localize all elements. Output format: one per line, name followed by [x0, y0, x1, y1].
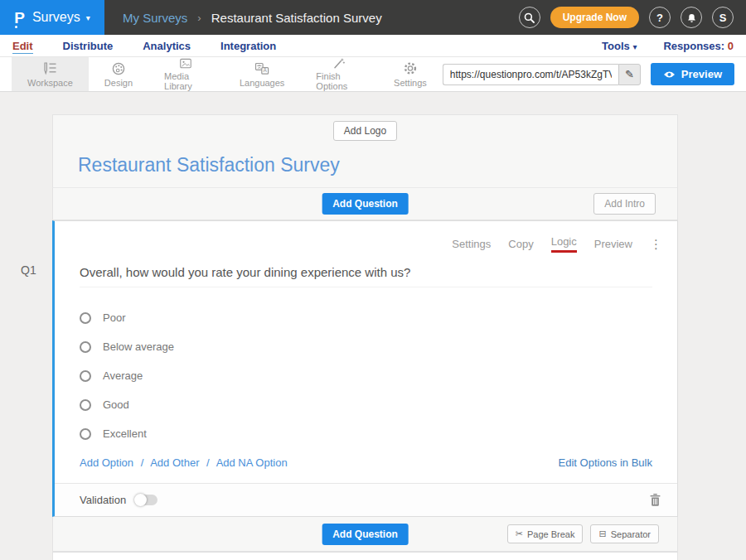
search-button[interactable]	[519, 7, 540, 28]
svg-text:A: A	[264, 67, 268, 73]
add-na-option-link[interactable]: Add NA Option	[216, 456, 288, 469]
footer-buttons: ✂ Page Break ⊟ Separator	[507, 524, 659, 543]
validation-label: Validation	[80, 494, 126, 506]
tab-analytics[interactable]: Analytics	[143, 40, 191, 52]
trash-icon	[650, 494, 661, 506]
kebab-menu-icon[interactable]: ⋮	[650, 238, 662, 250]
tab-distribute[interactable]: Distribute	[63, 40, 114, 52]
breadcrumb-separator-icon: ›	[197, 12, 201, 24]
tools-menu[interactable]: Tools ▾	[602, 40, 637, 52]
help-button[interactable]: ?	[649, 7, 671, 28]
chevron-down-icon: ▾	[86, 13, 90, 22]
option-row: Good	[80, 390, 652, 419]
option-add-links: Add Option / Add Other / Add NA Option	[80, 456, 288, 469]
link-separator: /	[206, 456, 210, 469]
toolbar-item-media-library[interactable]: Media Library	[148, 57, 224, 91]
validation-toggle[interactable]	[135, 495, 157, 505]
toolbar-right: ✎ Preview	[443, 57, 746, 91]
separator-box-icon: ⊟	[598, 529, 606, 539]
option-row: Average	[80, 361, 652, 390]
toggle-knob	[134, 494, 147, 506]
search-icon	[524, 12, 535, 23]
option-links-row: Add Option / Add Other / Add NA Option E…	[55, 448, 677, 483]
responses-link[interactable]: Responses: 0	[663, 40, 734, 52]
question-card: Settings Copy Logic Preview ⋮ Overall, h…	[52, 220, 678, 517]
survey-title[interactable]: Restaurant Satisfaction Survey	[53, 141, 677, 187]
image-icon	[177, 57, 194, 70]
notifications-button[interactable]	[681, 7, 702, 28]
next-survey-section	[52, 552, 678, 560]
answer-options: Poor Below average Average Good Excellen…	[55, 287, 677, 448]
add-question-bar-top: Add Question Add Intro	[52, 187, 678, 220]
radio-button-icon[interactable]	[80, 370, 91, 382]
option-row: Below average	[80, 332, 652, 361]
bell-icon	[686, 12, 697, 23]
option-row: Poor	[80, 303, 652, 332]
avatar-initial: S	[719, 12, 727, 24]
eye-icon	[663, 70, 676, 79]
toolbar-item-workspace[interactable]: Workspace	[12, 57, 89, 91]
add-intro-button[interactable]: Add Intro	[593, 193, 656, 215]
toolbar-item-settings[interactable]: Settings	[378, 57, 443, 91]
add-logo-button[interactable]: Add Logo	[333, 121, 397, 141]
radio-button-icon[interactable]	[80, 312, 91, 324]
add-question-button-bottom[interactable]: Add Question	[322, 524, 409, 545]
breadcrumb-my-surveys[interactable]: My Surveys	[123, 11, 187, 25]
tab-edit[interactable]: Edit	[12, 40, 33, 52]
preview-button[interactable]: Preview	[651, 63, 734, 85]
question-copy-link[interactable]: Copy	[508, 238, 533, 250]
add-question-button[interactable]: Add Question	[322, 193, 409, 215]
toolbar-item-languages[interactable]: A Languages	[224, 57, 300, 91]
survey-nav: Edit Distribute Analytics Integration To…	[0, 35, 746, 57]
edit-options-in-bulk-link[interactable]: Edit Options in Bulk	[559, 456, 652, 469]
palette-icon	[110, 61, 127, 76]
breadcrumb: My Surveys › Restaurant Satisfaction Sur…	[123, 11, 382, 25]
toolbar-item-finish-options[interactable]: Finish Options	[300, 57, 378, 91]
validation-row: Validation	[55, 483, 677, 516]
nav-right: Tools ▾ Responses: 0	[602, 40, 734, 52]
question-logic-link[interactable]: Logic	[551, 235, 577, 253]
delete-question-button[interactable]	[650, 494, 661, 506]
survey-url-input[interactable]	[443, 64, 618, 85]
question-actions: Settings Copy Logic Preview ⋮	[55, 221, 677, 253]
add-logo-row: Add Logo	[53, 115, 677, 141]
question-preview-link[interactable]: Preview	[594, 238, 632, 250]
responses-count: 0	[728, 40, 734, 52]
toolbar-item-design[interactable]: Design	[89, 57, 148, 91]
page-break-button[interactable]: ✂ Page Break	[507, 524, 584, 543]
survey-card: Add Logo Restaurant Satisfaction Survey …	[52, 114, 678, 560]
link-separator: /	[141, 456, 144, 469]
add-question-bar-bottom: Add Question ✂ Page Break ⊟ Separator	[52, 517, 678, 552]
top-bar: P Surveys ▾ My Surveys › Restaurant Sati…	[0, 0, 746, 35]
product-name: Surveys	[32, 10, 80, 25]
workspace-icon	[41, 61, 58, 76]
question-settings-link[interactable]: Settings	[452, 238, 491, 250]
survey-url-group: ✎	[443, 64, 641, 85]
survey-header-section: Add Logo Restaurant Satisfaction Survey	[52, 114, 678, 187]
question-text[interactable]: Overall, how would you rate your dining …	[80, 265, 652, 287]
radio-button-icon[interactable]	[80, 341, 91, 353]
magic-wand-icon	[331, 57, 347, 70]
add-other-link[interactable]: Add Other	[150, 456, 199, 469]
chevron-down-icon: ▾	[632, 42, 637, 51]
scissors-icon: ✂	[516, 529, 523, 539]
add-option-link[interactable]: Add Option	[80, 456, 133, 469]
question-number: Q1	[21, 263, 36, 277]
radio-button-icon[interactable]	[80, 399, 91, 411]
translate-icon: A	[254, 61, 270, 76]
avatar[interactable]: S	[712, 7, 734, 28]
builder-toolbar: Workspace Design Media Library A Languag…	[0, 57, 746, 92]
upgrade-now-button[interactable]: Upgrade Now	[550, 7, 639, 28]
question-mark-icon: ?	[656, 12, 663, 24]
tab-integration[interactable]: Integration	[220, 40, 276, 52]
separator-button[interactable]: ⊟ Separator	[590, 524, 659, 543]
edit-url-button[interactable]: ✎	[618, 64, 641, 85]
page-title: Restaurant Satisfaction Survey	[211, 11, 382, 25]
radio-button-icon[interactable]	[80, 428, 91, 440]
topbar-actions: Upgrade Now ? S	[519, 7, 746, 28]
pencil-icon: ✎	[625, 68, 634, 80]
survey-editor: Q1 Add Logo Restaurant Satisfaction Surv…	[0, 92, 746, 560]
gear-icon	[402, 60, 419, 76]
app-logo[interactable]: P Surveys ▾	[0, 0, 104, 35]
option-row: Excellent	[80, 419, 652, 448]
